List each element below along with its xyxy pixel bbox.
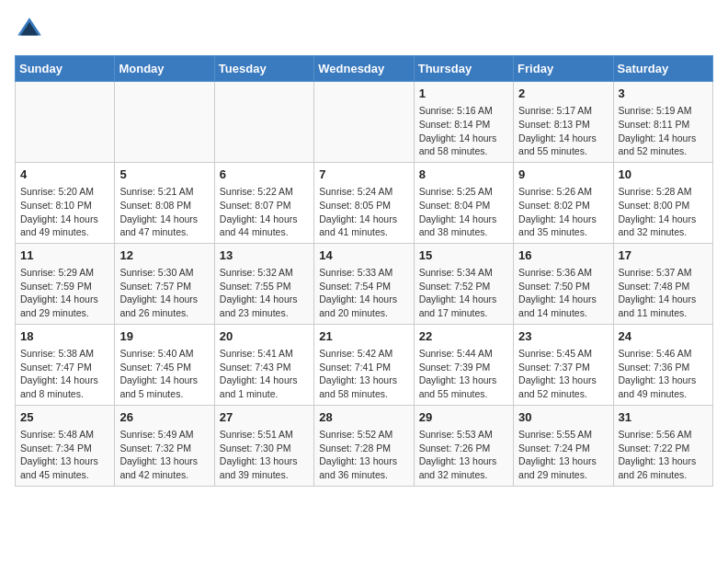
calendar-cell: 24Sunrise: 5:46 AMSunset: 7:36 PMDayligh… — [613, 324, 712, 405]
day-info: Sunrise: 5:48 AMSunset: 7:34 PMDaylight:… — [20, 428, 109, 482]
weekday-header-row: SundayMondayTuesdayWednesdayThursdayFrid… — [16, 56, 713, 82]
day-info: Sunrise: 5:51 AMSunset: 7:30 PMDaylight:… — [220, 428, 309, 482]
calendar-cell: 22Sunrise: 5:44 AMSunset: 7:39 PMDayligh… — [414, 324, 513, 405]
calendar-cell: 6Sunrise: 5:22 AMSunset: 8:07 PMDaylight… — [214, 162, 313, 243]
calendar-cell: 4Sunrise: 5:20 AMSunset: 8:10 PMDaylight… — [16, 162, 115, 243]
logo-icon — [15, 15, 44, 44]
day-number: 12 — [119, 247, 209, 264]
day-number: 18 — [20, 328, 109, 345]
weekday-header: Tuesday — [214, 56, 313, 82]
day-info: Sunrise: 5:44 AMSunset: 7:39 PMDaylight:… — [419, 347, 508, 401]
calendar-cell: 19Sunrise: 5:40 AMSunset: 7:45 PMDayligh… — [115, 324, 214, 405]
calendar-cell: 26Sunrise: 5:49 AMSunset: 7:32 PMDayligh… — [115, 405, 214, 486]
day-number: 25 — [20, 409, 109, 426]
calendar-week-row: 4Sunrise: 5:20 AMSunset: 8:10 PMDaylight… — [16, 162, 713, 243]
day-number: 13 — [220, 247, 309, 264]
calendar-cell: 28Sunrise: 5:52 AMSunset: 7:28 PMDayligh… — [314, 405, 414, 486]
calendar-cell: 30Sunrise: 5:55 AMSunset: 7:24 PMDayligh… — [514, 405, 613, 486]
calendar-cell — [115, 82, 214, 163]
day-number: 15 — [419, 247, 508, 264]
calendar-cell: 23Sunrise: 5:45 AMSunset: 7:37 PMDayligh… — [514, 324, 613, 405]
header — [15, 15, 713, 44]
day-number: 21 — [319, 328, 408, 345]
day-info: Sunrise: 5:38 AMSunset: 7:47 PMDaylight:… — [20, 347, 109, 401]
day-info: Sunrise: 5:55 AMSunset: 7:24 PMDaylight:… — [518, 428, 608, 482]
day-info: Sunrise: 5:49 AMSunset: 7:32 PMDaylight:… — [119, 428, 209, 482]
day-info: Sunrise: 5:32 AMSunset: 7:55 PMDaylight:… — [220, 266, 309, 320]
calendar-cell: 21Sunrise: 5:42 AMSunset: 7:41 PMDayligh… — [314, 324, 414, 405]
day-info: Sunrise: 5:42 AMSunset: 7:41 PMDaylight:… — [319, 347, 408, 401]
calendar-cell: 18Sunrise: 5:38 AMSunset: 7:47 PMDayligh… — [16, 324, 115, 405]
day-info: Sunrise: 5:40 AMSunset: 7:45 PMDaylight:… — [119, 347, 209, 401]
calendar-table: SundayMondayTuesdayWednesdayThursdayFrid… — [15, 55, 713, 487]
weekday-header: Thursday — [414, 56, 513, 82]
day-info: Sunrise: 5:29 AMSunset: 7:59 PMDaylight:… — [20, 266, 109, 320]
calendar-cell: 10Sunrise: 5:28 AMSunset: 8:00 PMDayligh… — [613, 162, 712, 243]
calendar-week-row: 18Sunrise: 5:38 AMSunset: 7:47 PMDayligh… — [16, 324, 713, 405]
calendar-cell: 1Sunrise: 5:16 AMSunset: 8:14 PMDaylight… — [414, 82, 513, 163]
day-number: 6 — [220, 167, 309, 183]
day-number: 9 — [518, 167, 608, 183]
day-info: Sunrise: 5:16 AMSunset: 8:14 PMDaylight:… — [419, 104, 508, 158]
day-number: 17 — [619, 247, 708, 264]
day-info: Sunrise: 5:37 AMSunset: 7:48 PMDaylight:… — [619, 266, 708, 320]
day-number: 7 — [319, 167, 408, 183]
day-number: 1 — [419, 86, 508, 102]
calendar-cell: 13Sunrise: 5:32 AMSunset: 7:55 PMDayligh… — [214, 243, 313, 324]
day-info: Sunrise: 5:41 AMSunset: 7:43 PMDaylight:… — [220, 347, 309, 401]
day-number: 11 — [20, 247, 109, 264]
day-number: 27 — [220, 409, 309, 426]
day-info: Sunrise: 5:53 AMSunset: 7:26 PMDaylight:… — [419, 428, 508, 482]
calendar-week-row: 11Sunrise: 5:29 AMSunset: 7:59 PMDayligh… — [16, 243, 713, 324]
day-info: Sunrise: 5:52 AMSunset: 7:28 PMDaylight:… — [319, 428, 408, 482]
calendar-cell: 20Sunrise: 5:41 AMSunset: 7:43 PMDayligh… — [214, 324, 313, 405]
day-number: 16 — [518, 247, 608, 264]
day-info: Sunrise: 5:20 AMSunset: 8:10 PMDaylight:… — [20, 185, 109, 239]
calendar-cell — [214, 82, 313, 163]
calendar-cell: 11Sunrise: 5:29 AMSunset: 7:59 PMDayligh… — [16, 243, 115, 324]
calendar-cell: 9Sunrise: 5:26 AMSunset: 8:02 PMDaylight… — [514, 162, 613, 243]
weekday-header: Monday — [115, 56, 214, 82]
calendar-cell — [314, 82, 414, 163]
day-info: Sunrise: 5:34 AMSunset: 7:52 PMDaylight:… — [419, 266, 508, 320]
calendar-cell: 31Sunrise: 5:56 AMSunset: 7:22 PMDayligh… — [613, 405, 712, 486]
day-info: Sunrise: 5:26 AMSunset: 8:02 PMDaylight:… — [518, 185, 608, 239]
day-number: 4 — [20, 167, 109, 183]
weekday-header: Sunday — [16, 56, 115, 82]
logo — [15, 15, 48, 44]
day-number: 30 — [518, 409, 608, 426]
day-number: 2 — [518, 86, 608, 102]
day-info: Sunrise: 5:28 AMSunset: 8:00 PMDaylight:… — [619, 185, 708, 239]
calendar-week-row: 1Sunrise: 5:16 AMSunset: 8:14 PMDaylight… — [16, 82, 713, 163]
day-info: Sunrise: 5:25 AMSunset: 8:04 PMDaylight:… — [419, 185, 508, 239]
day-info: Sunrise: 5:22 AMSunset: 8:07 PMDaylight:… — [220, 185, 309, 239]
day-number: 20 — [220, 328, 309, 345]
calendar-cell: 25Sunrise: 5:48 AMSunset: 7:34 PMDayligh… — [16, 405, 115, 486]
day-info: Sunrise: 5:30 AMSunset: 7:57 PMDaylight:… — [119, 266, 209, 320]
calendar-cell: 2Sunrise: 5:17 AMSunset: 8:13 PMDaylight… — [514, 82, 613, 163]
day-info: Sunrise: 5:24 AMSunset: 8:05 PMDaylight:… — [319, 185, 408, 239]
day-number: 10 — [619, 167, 708, 183]
calendar-cell: 16Sunrise: 5:36 AMSunset: 7:50 PMDayligh… — [514, 243, 613, 324]
day-info: Sunrise: 5:19 AMSunset: 8:11 PMDaylight:… — [619, 104, 708, 158]
day-number: 31 — [619, 409, 708, 426]
day-number: 23 — [518, 328, 608, 345]
calendar-week-row: 25Sunrise: 5:48 AMSunset: 7:34 PMDayligh… — [16, 405, 713, 486]
calendar-cell: 29Sunrise: 5:53 AMSunset: 7:26 PMDayligh… — [414, 405, 513, 486]
day-number: 3 — [619, 86, 708, 102]
day-number: 19 — [119, 328, 209, 345]
calendar-cell: 5Sunrise: 5:21 AMSunset: 8:08 PMDaylight… — [115, 162, 214, 243]
calendar-cell: 15Sunrise: 5:34 AMSunset: 7:52 PMDayligh… — [414, 243, 513, 324]
day-number: 8 — [419, 167, 508, 183]
calendar-cell: 14Sunrise: 5:33 AMSunset: 7:54 PMDayligh… — [314, 243, 414, 324]
day-number: 28 — [319, 409, 408, 426]
day-info: Sunrise: 5:36 AMSunset: 7:50 PMDaylight:… — [518, 266, 608, 320]
day-number: 22 — [419, 328, 508, 345]
day-info: Sunrise: 5:33 AMSunset: 7:54 PMDaylight:… — [319, 266, 408, 320]
calendar-cell: 12Sunrise: 5:30 AMSunset: 7:57 PMDayligh… — [115, 243, 214, 324]
day-number: 5 — [119, 167, 209, 183]
day-info: Sunrise: 5:17 AMSunset: 8:13 PMDaylight:… — [518, 104, 608, 158]
day-info: Sunrise: 5:46 AMSunset: 7:36 PMDaylight:… — [619, 347, 708, 401]
calendar-cell: 3Sunrise: 5:19 AMSunset: 8:11 PMDaylight… — [613, 82, 712, 163]
day-number: 29 — [419, 409, 508, 426]
